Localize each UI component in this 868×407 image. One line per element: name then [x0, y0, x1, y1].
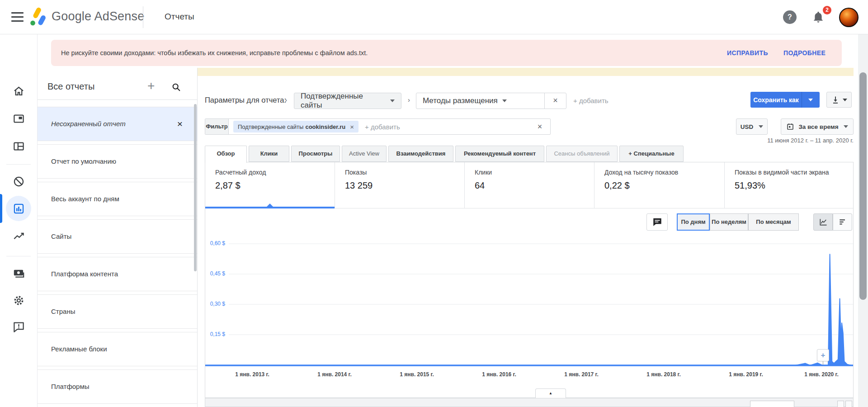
remove-filter-icon[interactable]: ×: [350, 123, 354, 131]
page-scrollbar-thumb[interactable]: [859, 72, 867, 300]
tab-views[interactable]: Просмотры: [291, 146, 340, 162]
avatar[interactable]: [839, 8, 859, 27]
metric-label: Доход на тысячу показов: [604, 169, 678, 176]
close-icon[interactable]: ×: [177, 107, 183, 141]
top-app-bar: Google AdSense Отчеты ? 2: [0, 0, 868, 34]
rows-per-page-select[interactable]: [750, 401, 794, 407]
x-tick-label: 1 янв. 2017 г.: [550, 371, 613, 378]
chevron-down-icon[interactable]: [808, 99, 813, 101]
download-button[interactable]: [826, 92, 852, 108]
search-icon[interactable]: [171, 82, 181, 92]
new-report-icon[interactable]: +: [147, 79, 155, 93]
secondary-notice-strip-clipped: [198, 68, 854, 76]
report-item-default[interactable]: Отчет по умолчанию: [38, 144, 197, 179]
sidebar-scrollbar[interactable]: [194, 104, 197, 271]
adstxt-warning-banner: Не рискуйте своими доходами: чтобы избеж…: [51, 40, 842, 66]
chart-type-bar-button[interactable]: [833, 213, 852, 231]
report-item-account-by-day[interactable]: Весь аккаунт по дням: [38, 182, 197, 216]
chart-type-line-button[interactable]: [813, 213, 833, 231]
comment-icon: [652, 217, 662, 227]
annotations-button[interactable]: [646, 213, 668, 231]
nav-rail: [0, 34, 38, 407]
table-toolbar-clipped: [205, 398, 854, 407]
chevron-right-icon: ›: [285, 96, 287, 104]
tab-custom[interactable]: + Специальные: [619, 146, 684, 162]
chevron-down-icon: [502, 99, 507, 102]
page-title: Отчеты: [165, 12, 194, 22]
nav-blocking-icon[interactable]: [13, 175, 25, 188]
x-tick-label: 1 янв. 2015 г.: [385, 371, 448, 378]
help-icon[interactable]: ?: [783, 10, 797, 24]
selected-metric-caret: [266, 204, 274, 207]
granularity-by-week-button[interactable]: По неделям: [710, 213, 748, 231]
banner-more-button[interactable]: ПОДРОБНЕЕ: [783, 49, 826, 57]
report-item-label: Несохраненный отчет: [51, 120, 126, 128]
param-chip-verified-sites[interactable]: Подтвержденные сайты: [294, 93, 401, 109]
add-param-button[interactable]: + добавить: [573, 97, 609, 104]
notification-count-badge: 2: [822, 5, 832, 15]
nav-reports-icon[interactable]: [13, 203, 25, 215]
nav-feedback-icon[interactable]: [13, 321, 25, 333]
metric-card-rpm[interactable]: Доход на тысячу показов 0,22 $: [594, 162, 725, 208]
topbar-divider: [143, 6, 143, 28]
y-tick-label: 0,30 $: [205, 301, 225, 307]
nav-home-icon[interactable]: [13, 85, 25, 97]
filter-add-placeholder[interactable]: + добавить: [365, 123, 529, 131]
tab-active-view[interactable]: Active View: [342, 146, 387, 162]
report-item-platforms[interactable]: Платформы: [38, 369, 197, 404]
nav-sites-icon[interactable]: [13, 140, 25, 152]
granularity-by-month-button[interactable]: По месяцам: [748, 213, 799, 231]
metric-value: 51,93%: [735, 180, 765, 191]
reports-sidebar: Все отчеты + Несохраненный отчет × Отчет…: [38, 68, 198, 407]
metric-card-clicks[interactable]: Клики 64: [465, 162, 594, 208]
banner-message: Не рискуйте своими доходами: чтобы избеж…: [61, 49, 368, 57]
clear-filters-icon[interactable]: ×: [529, 122, 550, 132]
remove-param-icon[interactable]: ×: [544, 93, 566, 109]
period-label: За все время: [798, 123, 838, 130]
report-item-label: Страны: [51, 308, 75, 315]
report-item-sites[interactable]: Сайты: [38, 219, 197, 254]
tab-overview[interactable]: Обзор: [205, 146, 247, 163]
tab-recommended-content[interactable]: Рекомендуемый контент: [455, 146, 544, 162]
metric-label: Показы: [345, 169, 367, 176]
metric-card-viewability[interactable]: Показы в видимой части экрана 51,93%: [725, 162, 853, 208]
filter-chip-text: Подтвержденные сайты: [238, 123, 303, 130]
metric-card-impressions[interactable]: Показы 13 259: [335, 162, 465, 208]
nav-ads-icon[interactable]: [13, 113, 25, 125]
y-tick-label: 0,60 $: [205, 240, 225, 246]
next-page-button[interactable]: [845, 401, 852, 407]
menu-icon[interactable]: [11, 12, 24, 22]
nav-settings-gear-icon[interactable]: [13, 294, 25, 307]
metric-value: 2,87 $: [215, 180, 241, 191]
report-item-ad-units[interactable]: Рекламные блоки: [38, 332, 197, 366]
tab-clicks[interactable]: Клики: [249, 146, 289, 162]
metric-card-estimated-earnings[interactable]: Расчетный доход 2,87 $: [205, 162, 335, 208]
report-item-unsaved[interactable]: Несохраненный отчет ×: [38, 107, 197, 141]
date-range-select[interactable]: За все время: [781, 118, 854, 135]
report-item-label: Платформа контента: [51, 270, 118, 278]
currency-select[interactable]: USD: [736, 118, 768, 135]
report-item-countries[interactable]: Страны: [38, 294, 197, 329]
chevron-down-icon: [759, 125, 763, 128]
nav-payments-icon[interactable]: [13, 267, 25, 279]
granularity-by-day-button[interactable]: По дням: [677, 213, 710, 231]
metric-value: 0,22 $: [604, 180, 630, 191]
date-range-text: 11 июня 2012 г. – 11 апр. 2020 г.: [656, 137, 854, 144]
rail-divider: [6, 256, 31, 256]
chart-zoom-button[interactable]: +: [817, 349, 829, 361]
filter-chip-cookinsider[interactable]: Подтвержденные сайты cookinsider.ru ×: [233, 121, 359, 133]
metric-value: 13 259: [345, 180, 373, 191]
x-tick-label: 1 янв. 2018 г.: [632, 371, 695, 378]
active-nav-indicator: [0, 194, 2, 223]
adsense-reports-page: Google AdSense Отчеты ? 2 Не рискуйте св…: [0, 0, 868, 407]
tab-interactions[interactable]: Взаимодействия: [388, 146, 453, 162]
nav-optimization-icon[interactable]: [13, 230, 25, 242]
chevron-down-icon: [844, 125, 848, 128]
collapse-chart-button[interactable]: ▲: [535, 388, 566, 398]
report-item-content-platform[interactable]: Платформа контента: [38, 257, 197, 291]
filter-bar[interactable]: Фильтр Подтвержденные сайты cookinsider.…: [205, 118, 551, 135]
prev-page-button[interactable]: [837, 401, 844, 407]
banner-fix-button[interactable]: ИСПРАВИТЬ: [727, 49, 768, 57]
save-as-button[interactable]: Сохранить как: [750, 92, 820, 108]
param-chip-placement-methods[interactable]: Методы размещения ×: [416, 93, 566, 109]
